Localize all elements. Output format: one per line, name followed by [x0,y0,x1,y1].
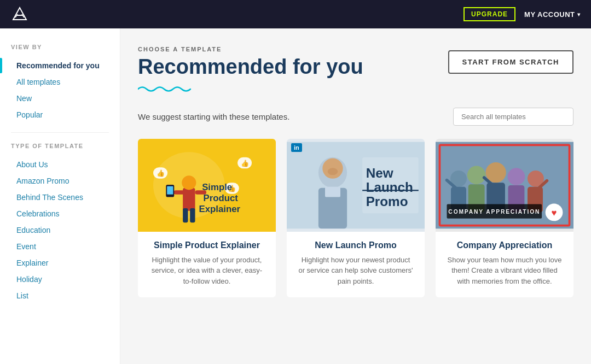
linkedin-badge: in [291,143,302,152]
svg-text:👍: 👍 [157,169,165,178]
company-appreciation-image: COMPANY APPRECIATION ♥ [436,139,573,232]
svg-rect-12 [167,186,173,195]
start-from-scratch-button[interactable]: START FROM SCRATCH [448,50,573,74]
main-content: CHOOSE A TEMPLATE Recommended for you ST… [120,28,591,364]
svg-rect-9 [190,208,195,222]
header-left: CHOOSE A TEMPLATE Recommended for you [138,46,363,97]
svg-point-7 [182,175,196,190]
my-account-label: MY ACCOUNT [524,10,575,19]
sidebar-item-recommended-label: Recommended for you [16,61,100,70]
sidebar-item-all-label: All templates [16,78,60,86]
template-card-new-launch[interactable]: in [287,139,425,298]
type-of-template-label: TYPE OF TEMPLATE [11,143,109,149]
sidebar-item-all-templates[interactable]: All templates [11,74,109,90]
card-desc-company-appreciation: Show your team how much you love them! C… [436,255,573,287]
sidebar-item-behind-label: Behind The Scenes [16,193,83,202]
sidebar-item-recommended[interactable]: Recommended for you [11,58,109,73]
view-by-label: VIEW BY [11,44,109,50]
sidebar-item-amazon-promo[interactable]: Amazon Promo [11,173,109,189]
sidebar-item-amazon-label: Amazon Promo [16,177,69,185]
sidebar-item-new[interactable]: New [11,91,109,106]
svg-text:COMPANY APPRECIATION: COMPANY APPRECIATION [448,209,540,215]
svg-text:Product: Product [203,193,238,203]
my-account-menu[interactable]: MY ACCOUNT ▾ [524,10,580,19]
svg-rect-8 [183,208,188,222]
svg-point-42 [508,168,525,185]
svg-text:Launch: Launch [366,180,413,195]
card-desc-simple-product: Highlight the value of your product, ser… [138,255,276,287]
new-launch-promo-image: in [287,139,425,232]
sidebar-item-about-label: About Us [16,160,48,169]
svg-text:👍: 👍 [241,158,250,167]
sidebar-item-celebrations[interactable]: Celebrations [11,206,109,221]
sidebar-item-behind-scenes[interactable]: Behind The Scenes [11,190,109,205]
svg-text:Explainer: Explainer [199,203,241,214]
sidebar: VIEW BY Recommended for you All template… [0,28,120,364]
svg-text:♥: ♥ [552,208,557,218]
template-cards-grid: 👍 👍 👍 Simple Product Explainer Simple Pr… [138,139,573,298]
svg-marker-0 [13,8,26,20]
sidebar-item-event-label: Event [16,242,36,251]
sidebar-item-list[interactable]: List [11,288,109,303]
card-desc-new-launch: Highlight how your newest product or ser… [287,255,425,287]
template-card-simple-product[interactable]: 👍 👍 👍 Simple Product Explainer Simple Pr… [138,139,276,298]
svg-text:New: New [366,166,393,180]
wave-decoration [138,84,363,97]
sidebar-item-popular-label: Popular [16,110,43,119]
top-navigation: UPGRADE MY ACCOUNT ▾ [0,0,591,28]
svg-point-38 [467,166,486,184]
svg-rect-10 [173,190,185,194]
svg-rect-6 [183,187,195,210]
logo[interactable] [11,4,28,24]
sidebar-item-explainer[interactable]: Explainer [11,255,109,271]
simple-product-explainer-image: 👍 👍 👍 Simple Product Explainer [138,139,276,232]
sidebar-item-event[interactable]: Event [11,239,109,254]
search-row: We suggest starting with these templates… [138,108,573,126]
sidebar-item-education[interactable]: Education [11,222,109,238]
sidebar-item-popular[interactable]: Popular [11,107,109,122]
page-title: Recommended for you [138,56,363,79]
svg-point-28 [328,168,338,175]
main-layout: VIEW BY Recommended for you All template… [0,28,591,364]
card-title-new-launch: New Launch Promo [287,232,425,255]
sidebar-item-holiday-label: Holiday [16,275,42,284]
svg-text:Simple: Simple [202,182,232,192]
sidebar-item-explainer-label: Explainer [16,259,48,267]
search-input[interactable] [453,108,573,126]
sidebar-item-holiday[interactable]: Holiday [11,272,109,287]
sidebar-item-education-label: Education [16,226,50,234]
nav-right: UPGRADE MY ACCOUNT ▾ [463,7,580,21]
chevron-down-icon: ▾ [577,11,581,17]
template-card-company-appreciation[interactable]: COMPANY APPRECIATION ♥ Company Appreciat… [436,139,573,298]
choose-template-label: CHOOSE A TEMPLATE [138,46,363,52]
content-header: CHOOSE A TEMPLATE Recommended for you ST… [138,46,573,97]
suggest-text: We suggest starting with these templates… [138,112,289,121]
card-title-simple-product: Simple Product Explainer [138,232,276,255]
sidebar-item-about-us[interactable]: About Us [11,157,109,172]
sidebar-item-list-label: List [16,291,28,300]
sidebar-item-celebrations-label: Celebrations [16,209,60,218]
svg-rect-27 [325,187,340,197]
svg-text:Promo: Promo [366,194,408,209]
sidebar-divider [11,132,109,133]
card-title-company-appreciation: Company Appreciation [436,232,573,255]
sidebar-item-new-label: New [16,94,32,103]
upgrade-button[interactable]: UPGRADE [463,7,515,21]
